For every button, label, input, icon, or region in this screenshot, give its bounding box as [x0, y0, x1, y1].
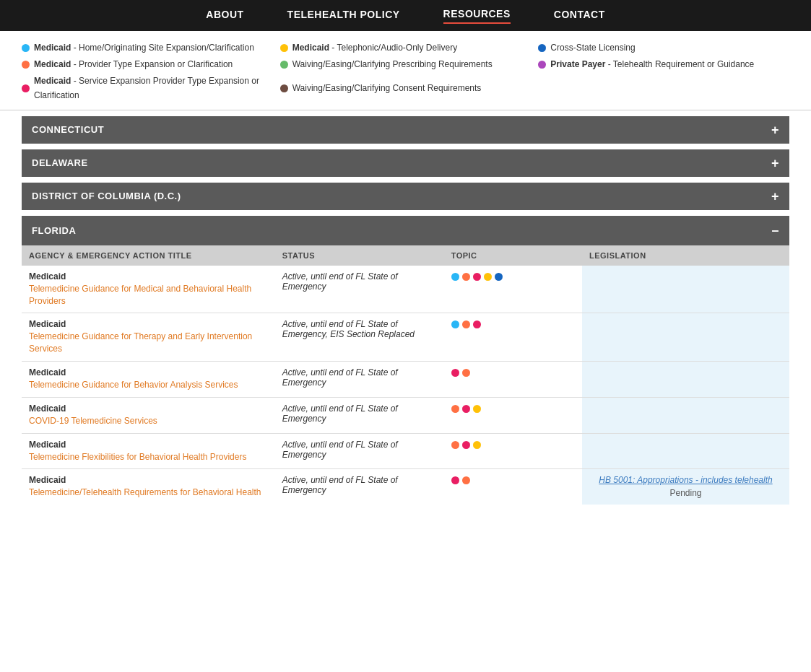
topic-dot-0 — [451, 476, 459, 484]
nav-about[interactable]: ABOUT — [206, 9, 243, 23]
action-title[interactable]: Telemedicine/Telehealth Requirements for… — [29, 487, 261, 497]
legend-label-2: Medicaid - Provider Type Expansion or Cl… — [34, 58, 233, 71]
nav-resources[interactable]: RESOURCES — [443, 8, 511, 24]
legend-item-7: Cross-State Licensing — [538, 41, 789, 55]
agency-cell-5: MedicaidTelemedicine/Telehealth Requirem… — [22, 469, 275, 505]
florida-table: AGENCY & EMERGENCY ACTION TITLE STATUS T… — [22, 245, 789, 505]
topic-dots — [451, 319, 575, 328]
agency-name: Medicaid — [29, 475, 268, 485]
table-row: MedicaidTelemedicine/Telehealth Requirem… — [22, 469, 789, 505]
accordion-toggle-connecticut: + — [771, 123, 779, 136]
legend-item-1: Medicaid - Home/Originating Site Expansi… — [22, 41, 273, 55]
status-cell-4: Active, until end of FL State of Emergen… — [275, 433, 444, 469]
accordion-header-delaware[interactable]: DELAWARE + — [22, 149, 789, 177]
legend-label-4: Medicaid - Telephonic/Audio-Only Deliver… — [292, 41, 458, 55]
topic-cell-2 — [444, 361, 582, 397]
legend-label-1: Medicaid - Home/Originating Site Expansi… — [34, 41, 254, 55]
legend-item-4: Medicaid - Telephonic/Audio-Only Deliver… — [280, 41, 532, 55]
legend-label-5: Waiving/Easing/Clarifying Prescribing Re… — [292, 58, 493, 71]
legislation-cell-4 — [582, 433, 789, 469]
topic-dot-3 — [484, 273, 492, 281]
accordion-header-dc[interactable]: DISTRICT OF COLUMBIA (D.C.) + — [22, 183, 789, 210]
florida-section: FLORIDA – AGENCY & EMERGENCY ACTION TITL… — [22, 216, 789, 505]
action-title[interactable]: Telemedicine Guidance for Medical and Be… — [29, 284, 251, 306]
action-title[interactable]: Telemedicine Guidance for Therapy and Ea… — [29, 331, 252, 354]
table-header-row: AGENCY & EMERGENCY ACTION TITLE STATUS T… — [22, 245, 789, 266]
dot-cross-state — [538, 44, 546, 52]
topic-dot-2 — [473, 441, 481, 449]
topic-dot-0 — [451, 273, 459, 281]
topic-dot-2 — [473, 405, 481, 413]
table-row: MedicaidTelemedicine Guidance for Medica… — [22, 266, 789, 313]
nav-telehealth-policy[interactable]: TELEHEALTH POLICY — [287, 9, 400, 23]
status-text: Active, until end of FL State of Emergen… — [282, 271, 398, 292]
agency-name: Medicaid — [29, 440, 268, 450]
col-header-agency: AGENCY & EMERGENCY ACTION TITLE — [22, 245, 275, 266]
agency-name: Medicaid — [29, 271, 268, 282]
dot-private-payer — [538, 61, 546, 69]
accordion-label-delaware: DELAWARE — [32, 157, 88, 168]
table-row: MedicaidTelemedicine Guidance for Therap… — [22, 313, 789, 362]
florida-header[interactable]: FLORIDA – — [22, 216, 789, 245]
topic-cell-4 — [444, 433, 582, 469]
table-row: MedicaidTelemedicine Guidance for Behavi… — [22, 361, 789, 397]
legislation-cell-1 — [582, 313, 789, 362]
status-cell-1: Active, until end of FL State of Emergen… — [275, 313, 444, 362]
legend-item-5: Waiving/Easing/Clarifying Prescribing Re… — [280, 58, 532, 71]
legislation-cell-5: HB 5001: Appropriations - includes teleh… — [582, 469, 789, 505]
status-cell-5: Active, until end of FL State of Emergen… — [275, 469, 444, 505]
legend-item-6: Waiving/Easing/Clarifying Consent Requir… — [280, 74, 532, 102]
legend-label-3: Medicaid - Service Expansion Provider Ty… — [34, 74, 273, 102]
topic-dot-1 — [462, 273, 470, 281]
accordion-label-dc: DISTRICT OF COLUMBIA (D.C.) — [32, 191, 181, 201]
dot-medicaid-telephonic — [280, 44, 288, 52]
action-title[interactable]: Telemedicine Flexibilities for Behaviora… — [29, 452, 246, 462]
florida-label: FLORIDA — [32, 225, 76, 236]
legislation-cell-0 — [582, 266, 789, 313]
topic-cell-0 — [444, 266, 582, 313]
topic-dot-1 — [462, 369, 470, 377]
topic-dots — [451, 367, 575, 377]
legend-item-8: Private Payer - Telehealth Requirement o… — [538, 58, 789, 71]
status-cell-3: Active, until end of FL State of Emergen… — [275, 397, 444, 433]
topic-dot-4 — [495, 273, 503, 281]
agency-cell-1: MedicaidTelemedicine Guidance for Therap… — [22, 313, 275, 362]
topic-dot-0 — [451, 369, 459, 377]
legend-item-empty — [538, 74, 789, 102]
topic-dot-2 — [473, 320, 481, 328]
topic-dots — [451, 475, 575, 484]
dot-prescribing — [280, 61, 288, 69]
status-text: Active, until end of FL State of Emergen… — [282, 475, 398, 495]
status-text: Active, until end of FL State of Emergen… — [282, 403, 398, 424]
topic-cell-1 — [444, 313, 582, 362]
legend-item-2: Medicaid - Provider Type Expansion or Cl… — [22, 58, 273, 71]
legislation-link[interactable]: HB 5001: Appropriations - includes teleh… — [599, 475, 772, 485]
topic-cell-3 — [444, 397, 582, 433]
accordion-header-connecticut[interactable]: CONNECTICUT + — [22, 116, 789, 144]
pending-text: Pending — [589, 488, 782, 498]
legend-label-6: Waiving/Easing/Clarifying Consent Requir… — [292, 82, 482, 95]
nav-contact[interactable]: CONTACT — [554, 9, 605, 23]
agency-name: Medicaid — [29, 403, 268, 414]
topic-dot-0 — [451, 441, 459, 449]
dot-consent — [280, 84, 288, 92]
action-title[interactable]: COVID-19 Telemedicine Services — [29, 416, 157, 426]
accordion-dc: DISTRICT OF COLUMBIA (D.C.) + — [22, 183, 789, 210]
main-nav: ABOUT TELEHEALTH POLICY RESOURCES CONTAC… — [0, 0, 811, 31]
topic-dot-1 — [462, 320, 470, 328]
legislation-cell-3 — [582, 397, 789, 433]
col-header-legislation: LEGISLATION — [582, 245, 789, 266]
agency-cell-4: MedicaidTelemedicine Flexibilities for B… — [22, 433, 275, 469]
topic-dot-1 — [462, 441, 470, 449]
dot-medicaid-provider — [22, 61, 30, 69]
status-text: Active, until end of FL State of Emergen… — [282, 319, 415, 339]
topic-dots — [451, 440, 575, 449]
accordion-delaware: DELAWARE + — [22, 149, 789, 177]
action-title[interactable]: Telemedicine Guidance for Behavior Analy… — [29, 380, 238, 390]
agency-name: Medicaid — [29, 367, 268, 378]
accordion-toggle-delaware: + — [771, 157, 779, 170]
agency-cell-3: MedicaidCOVID-19 Telemedicine Services — [22, 397, 275, 433]
accordion-connecticut: CONNECTICUT + — [22, 116, 789, 144]
legend: Medicaid - Home/Originating Site Expansi… — [0, 31, 811, 110]
dot-medicaid-home — [22, 44, 30, 52]
